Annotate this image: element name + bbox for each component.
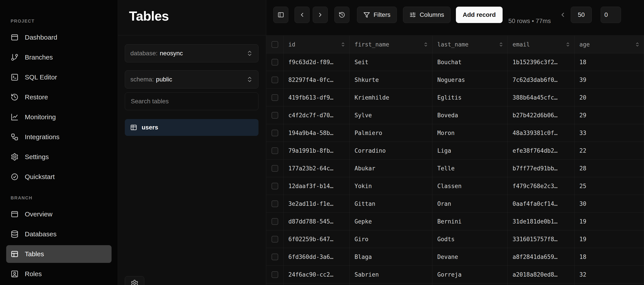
table-cell[interactable]: Telle: [432, 160, 508, 177]
table-cell[interactable]: b7ff77ed91bb…: [508, 160, 574, 177]
column-header-id[interactable]: id: [284, 36, 350, 53]
table-cell[interactable]: 3e2ad11d-f1e…: [284, 195, 350, 213]
table-cell[interactable]: a8f2841da659…: [508, 248, 574, 266]
table-cell[interactable]: 22: [574, 142, 644, 160]
table-cell[interactable]: 28: [574, 160, 644, 177]
table-cell[interactable]: 82297f4a-0fc…: [284, 71, 350, 89]
table-cell[interactable]: 18: [574, 53, 644, 71]
row-checkbox[interactable]: [272, 112, 278, 118]
previous-page-button[interactable]: [558, 7, 568, 23]
table-cell[interactable]: Liga: [432, 142, 508, 160]
table-cell[interactable]: 79a1991b-8fb…: [284, 142, 350, 160]
table-cell[interactable]: Yokin: [350, 177, 432, 195]
query-history-button[interactable]: [334, 7, 350, 23]
table-cell[interactable]: 6fd360dd-3a6…: [284, 248, 350, 266]
table-cell[interactable]: 30: [574, 195, 644, 213]
table-cell[interactable]: Bouchat: [432, 53, 508, 71]
row-checkbox[interactable]: [272, 130, 278, 136]
table-cell[interactable]: Giro: [350, 230, 432, 248]
filters-button[interactable]: Filters: [357, 7, 397, 23]
add-record-button[interactable]: Add record: [456, 7, 502, 23]
panel-settings-button[interactable]: [125, 276, 144, 285]
table-cell[interactable]: Sylve: [350, 106, 432, 124]
table-cell[interactable]: 7c62d3dab6f0…: [508, 71, 574, 89]
table-cell[interactable]: d87dd788-545…: [284, 213, 350, 230]
table-cell[interactable]: 177a23b2-64c…: [284, 160, 350, 177]
toggle-panel-button[interactable]: [273, 7, 288, 23]
table-cell[interactable]: Blaga: [350, 248, 432, 266]
row-checkbox[interactable]: [272, 183, 278, 190]
table-cell[interactable]: Seit: [350, 53, 432, 71]
table-cell[interactable]: Corradino: [350, 142, 432, 160]
table-cell[interactable]: 19: [574, 213, 644, 230]
row-checkbox[interactable]: [272, 236, 278, 242]
columns-button[interactable]: Columns: [403, 7, 450, 23]
sidebar-item-monitoring[interactable]: Monitoring: [6, 108, 112, 126]
table-cell[interactable]: Palmiero: [350, 124, 432, 142]
table-cell[interactable]: 33: [574, 124, 644, 142]
sidebar-item-dashboard[interactable]: Dashboard: [6, 28, 112, 46]
table-cell[interactable]: 3316015757f8…: [508, 230, 574, 248]
table-cell[interactable]: Godts: [432, 230, 508, 248]
table-cell[interactable]: b27b422d6b06…: [508, 106, 574, 124]
row-checkbox[interactable]: [272, 59, 278, 66]
row-checkbox[interactable]: [272, 218, 278, 225]
table-cell[interactable]: 39: [574, 71, 644, 89]
sidebar-item-branches[interactable]: Branches: [6, 48, 112, 66]
history-forward-button[interactable]: [313, 7, 328, 23]
table-cell[interactable]: Devane: [432, 248, 508, 266]
table-cell[interactable]: 24f6ac90-cc2…: [284, 266, 350, 284]
row-checkbox[interactable]: [272, 76, 278, 83]
table-cell[interactable]: Nogueras: [432, 71, 508, 89]
table-cell[interactable]: 19: [574, 230, 644, 248]
table-cell[interactable]: Oran: [432, 195, 508, 213]
page-offset-button[interactable]: 0: [600, 7, 621, 23]
table-cell[interactable]: 12daaf3f-b14…: [284, 177, 350, 195]
table-cell[interactable]: Kriemhilde: [350, 89, 432, 106]
table-cell[interactable]: a2018a820ed8…: [508, 266, 574, 284]
sidebar-item-overview[interactable]: Overview: [6, 205, 112, 223]
schema-select[interactable]: schema: public: [125, 70, 258, 88]
table-cell[interactable]: 0aaf4fa0cf14…: [508, 195, 574, 213]
table-cell[interactable]: Eglitis: [432, 89, 508, 106]
table-cell[interactable]: 25: [574, 177, 644, 195]
column-header-last_name[interactable]: last_name: [432, 36, 508, 53]
row-checkbox[interactable]: [272, 200, 278, 207]
column-header-age[interactable]: age: [574, 36, 644, 53]
table-cell[interactable]: 388b64a45cfc…: [508, 89, 574, 106]
history-back-button[interactable]: [294, 7, 310, 23]
table-cell[interactable]: efe38f764db2…: [508, 142, 574, 160]
table-cell[interactable]: 194a9b4a-58b…: [284, 124, 350, 142]
table-cell[interactable]: Classen: [432, 177, 508, 195]
table-cell[interactable]: Gepke: [350, 213, 432, 230]
sidebar-item-restore[interactable]: Restore: [6, 88, 112, 106]
table-cell[interactable]: 32: [574, 266, 644, 284]
row-checkbox[interactable]: [272, 254, 278, 260]
table-cell[interactable]: 29: [574, 106, 644, 124]
database-select[interactable]: database: neosync: [125, 44, 258, 62]
row-checkbox[interactable]: [272, 147, 278, 154]
table-cell[interactable]: f479c768e2c3…: [508, 177, 574, 195]
sidebar-item-tables[interactable]: Tables: [6, 245, 112, 263]
table-cell[interactable]: f9c63d2d-f89…: [284, 53, 350, 71]
sidebar-item-roles[interactable]: Roles: [6, 265, 112, 283]
column-header-email[interactable]: email: [508, 36, 574, 53]
table-cell[interactable]: Boveda: [432, 106, 508, 124]
table-cell[interactable]: Sabrien: [350, 266, 432, 284]
page-size-button[interactable]: 50: [571, 7, 592, 23]
table-cell[interactable]: Bernini: [432, 213, 508, 230]
table-cell[interactable]: Shkurte: [350, 71, 432, 89]
table-cell[interactable]: c4f2dc7f-d70…: [284, 106, 350, 124]
table-cell[interactable]: Gorreja: [432, 266, 508, 284]
table-cell[interactable]: 18: [574, 248, 644, 266]
row-checkbox[interactable]: [272, 94, 278, 101]
sidebar-item-quickstart[interactable]: Quickstart: [6, 168, 112, 186]
table-cell[interactable]: 6f02259b-647…: [284, 230, 350, 248]
table-cell[interactable]: 419fb613-df9…: [284, 89, 350, 106]
sidebar-item-databases[interactable]: Databases: [6, 225, 112, 243]
table-cell[interactable]: 48a339381c0f…: [508, 124, 574, 142]
row-checkbox[interactable]: [272, 271, 278, 278]
table-cell[interactable]: 20: [574, 89, 644, 106]
table-cell[interactable]: 31de181de0b1…: [508, 213, 574, 230]
sidebar-item-integrations[interactable]: Integrations: [6, 128, 112, 146]
